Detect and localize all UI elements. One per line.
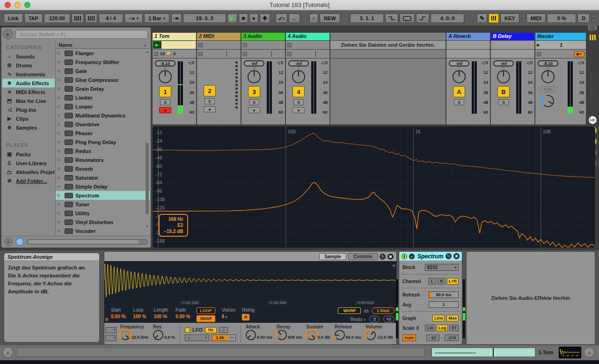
scale-x-lin-button[interactable]: Lin (425, 325, 435, 331)
sidebar-item-add-folder[interactable]: ⊕ Add Folder... (2, 176, 55, 185)
capture-new-scene-button[interactable]: NEW (320, 14, 340, 23)
track-name[interactable]: A Reverb (446, 33, 490, 40)
sidebar-item-audio-effects[interactable]: ⧻ Audio Effects (2, 79, 55, 87)
browser-item-multiband-dynamics[interactable]: ▷ Multiband Dynamics (56, 111, 150, 120)
channel-r-button[interactable]: R (438, 278, 446, 284)
disclosure-icon[interactable]: ▷ (58, 149, 62, 153)
link-button[interactable]: Link (4, 14, 23, 23)
disclosure-icon[interactable]: ▷ (58, 131, 62, 135)
horizontal-scrollbar[interactable] (27, 239, 148, 245)
tab-controls[interactable]: Controls (348, 253, 378, 260)
start-value[interactable]: 0.00 % (111, 314, 125, 319)
back-to-arrangement-button[interactable]: ← (289, 14, 300, 23)
scroll-down-icon[interactable]: ▼ (587, 105, 598, 109)
disclosure-icon[interactable]: ▷ (58, 158, 62, 162)
retrig-button[interactable]: R (242, 314, 249, 320)
browser-item-limiter[interactable]: ▷ Limiter (56, 93, 150, 102)
nudge-up-button[interactable] (85, 14, 97, 23)
sidebar-item-drums[interactable]: ⊞ Drums (2, 61, 55, 70)
track-name[interactable]: 3 Audio (241, 33, 285, 40)
block-menu[interactable]: 8192▾ (425, 264, 459, 271)
spectrum-analyzer-display[interactable]: -12-24-36-48-60-72-84-96-108-120-132-144… (153, 126, 595, 248)
clip-stop-icon[interactable] (287, 43, 292, 47)
browser-item-vocoder[interactable]: ▷ Vocoder (56, 226, 150, 235)
clip-slot[interactable]: ▶ (153, 41, 196, 49)
disclosure-icon[interactable]: ▷ (58, 175, 62, 180)
browser-item-reverb[interactable]: ▷ Reverb (56, 164, 150, 173)
current-clip-thumbnail[interactable] (559, 347, 581, 358)
punch-in-button[interactable] (385, 14, 398, 23)
volume-display[interactable]: -Inf (244, 60, 264, 66)
clip-stop-icon[interactable] (154, 52, 158, 56)
avg-field[interactable]: 1 (429, 301, 459, 308)
scroll-up-icon[interactable]: ▲ (587, 76, 598, 80)
scroll-up-icon[interactable]: ▲ (145, 50, 149, 54)
browser-item-redux[interactable]: ▷ Redux (56, 146, 150, 155)
refresh-slider[interactable]: 60.0 ms (429, 291, 459, 298)
browser-item-grain-delay[interactable]: ▷ Grain Delay (56, 84, 150, 93)
disclosure-icon[interactable]: ▷ (58, 140, 62, 144)
solo-button[interactable]: Solo (541, 86, 555, 93)
solo-button[interactable]: S (498, 99, 509, 105)
track-activator-button[interactable]: A (453, 86, 465, 97)
sidebar-item-instruments[interactable]: ∿ Instruments (2, 70, 55, 79)
cue-volume-knob[interactable] (542, 95, 554, 107)
channel-l-button[interactable]: L (428, 278, 436, 284)
reenable-automation-button[interactable]: ⤺ (276, 14, 287, 23)
punch-out-button[interactable] (416, 14, 429, 23)
lfo-on-checkbox[interactable] (185, 328, 190, 333)
mixer-toggle-icon[interactable] (588, 33, 597, 42)
overdub-button[interactable]: ✚ (260, 14, 270, 23)
pan-knob[interactable] (248, 70, 261, 83)
browser-item-glue-compressor[interactable]: ▷ Glue Compressor (56, 75, 150, 84)
scene-play-icon[interactable]: ▶ (537, 43, 540, 47)
io-section-toggle[interactable]: I-O (589, 116, 597, 124)
range-min-field[interactable]: -12 (426, 335, 439, 341)
release-knob[interactable] (335, 330, 345, 340)
disclosure-icon[interactable]: ▷ (58, 211, 62, 215)
sidebar-item-clips[interactable]: ▶ Clips (2, 114, 55, 123)
volume-display[interactable]: -8.10 (155, 60, 175, 66)
solo-button[interactable]: S (293, 99, 304, 105)
play-button[interactable]: ▶ (227, 14, 237, 23)
draw-mode-button[interactable]: ✎ (477, 14, 487, 23)
track-name[interactable]: B Delay (491, 33, 534, 40)
lfo-rate-field[interactable]: 1.00Hz (212, 335, 236, 341)
disclosure-icon[interactable]: ▷ (58, 202, 62, 206)
back-to-arrangement-icon[interactable]: ▶≡ (574, 51, 584, 57)
browser-item-frequency-shifter[interactable]: ▷ Frequency Shifter (56, 58, 150, 66)
scale-x-st-button[interactable]: ST (449, 325, 459, 331)
browser-item-phaser[interactable]: ▷ Phaser (56, 129, 150, 138)
arm-button[interactable]: ● (159, 107, 171, 113)
browser-fold-button[interactable]: ▶ (3, 29, 13, 39)
clip-slot[interactable] (286, 50, 329, 58)
clip-slot[interactable] (286, 41, 329, 49)
track-activator-button[interactable]: B (497, 86, 510, 97)
scrollbar-thumb[interactable] (590, 83, 595, 99)
computer-midi-keyboard-button[interactable] (489, 14, 499, 23)
browser-item-gate[interactable]: ▷ Gate (56, 66, 150, 75)
volume-display[interactable]: -Inf (493, 60, 514, 66)
filter-circuit-menu[interactable]: ▾ (105, 335, 117, 341)
browser-item-looper[interactable]: ▷ Looper (56, 102, 150, 111)
scroll-down-icon[interactable]: ▼ (145, 225, 149, 229)
auto-range-button[interactable]: Auto (402, 335, 416, 341)
disclosure-icon[interactable]: ▷ (58, 95, 62, 100)
sample-waveform-display[interactable]: ◀ 0:00:2000:00:4000:00:600 B Start 0.00 … (104, 261, 396, 323)
scale-x-log-button[interactable]: Log (437, 325, 448, 331)
lfo-waveform-menu[interactable]: ∿▾ (185, 335, 209, 341)
disk-overload-indicator[interactable]: D (577, 14, 590, 23)
disclosure-icon[interactable]: ▷ (58, 193, 62, 197)
clip-slot[interactable] (197, 50, 241, 58)
volume-display[interactable]: -Inf (288, 60, 309, 66)
stop-clips-slot[interactable]: ▶≡ (535, 50, 586, 58)
sidebar-item-packs[interactable]: ▣ Packs (2, 150, 55, 159)
disclosure-icon[interactable]: ▷ (58, 220, 62, 224)
clip-stop-icon[interactable] (287, 52, 292, 56)
clip[interactable] (161, 41, 196, 49)
search-input[interactable] (15, 30, 148, 39)
status-right-button[interactable]: ▲ (584, 347, 594, 357)
loop-button[interactable]: LOOP (197, 307, 215, 314)
solo-button[interactable]: S (249, 99, 259, 105)
sidebar-item-sounds[interactable]: ♪ Sounds (2, 52, 55, 61)
